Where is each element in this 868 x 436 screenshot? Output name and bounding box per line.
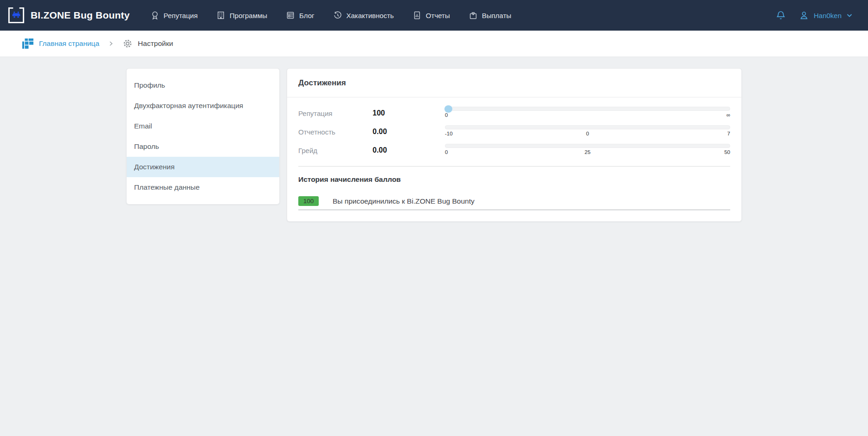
bizone-logo-icon [7, 6, 25, 24]
report-icon [412, 11, 422, 20]
page-content: Профиль Двухфакторная аутентификация Ema… [0, 57, 868, 222]
scale-mid: 25 [585, 149, 591, 155]
metric-row-grade: Грейд 0.00 0 25 50 [298, 141, 730, 160]
username: Han0ken [814, 12, 842, 19]
breadcrumb: Главная страница Настройки [0, 31, 868, 57]
history-item-text: Вы присоединились к Bi.ZONE Bug Bounty [333, 197, 475, 205]
breadcrumb-home-link[interactable]: Главная страница [22, 38, 99, 49]
nav-item-programs[interactable]: Программы [216, 11, 267, 20]
metric-row-reputation: Репутация 100 0 ∞ [298, 104, 730, 122]
settings-item-payment-data[interactable]: Платежные данные [127, 177, 279, 198]
chevron-right-icon [108, 41, 114, 46]
scale-min: -10 [445, 131, 453, 137]
reputation-slider: 0 ∞ [445, 107, 730, 118]
nav-label: Блог [299, 12, 314, 19]
slider-track [445, 125, 730, 129]
metric-value: 0.00 [373, 128, 445, 136]
dashboard-grid-icon [22, 38, 33, 49]
nav-item-payouts[interactable]: Выплаты [469, 11, 511, 20]
settings-item-achievements[interactable]: Достижения [127, 157, 279, 177]
slider-marker[interactable] [444, 105, 452, 113]
nav-label: Репутация [164, 12, 198, 19]
scale-max: 7 [727, 131, 730, 137]
brand-logo[interactable]: BI.ZONE Bug Bounty [7, 6, 130, 24]
nav-label: Хакактивность [347, 12, 394, 19]
briefcase-icon [469, 11, 478, 20]
settings-item-label: Пароль [134, 142, 159, 151]
metric-label: Грейд [298, 147, 373, 154]
nav-item-blog[interactable]: Блог [286, 11, 314, 20]
metric-label: Репутация [298, 109, 373, 117]
nav-label: Программы [230, 12, 267, 19]
settings-item-label: Профиль [134, 81, 165, 90]
settings-menu: Профиль Двухфакторная аутентификация Ema… [126, 68, 280, 205]
scale-mid: 0 [586, 131, 589, 137]
settings-item-label: Двухфакторная аутентификация [134, 102, 243, 110]
user-menu[interactable]: Han0ken [798, 10, 853, 21]
achievements-header: Достижения [287, 69, 741, 97]
page-title: Достижения [298, 78, 346, 88]
metric-label: Отчетность [298, 128, 373, 136]
notifications-bell-icon[interactable] [775, 10, 786, 21]
news-icon [286, 11, 295, 20]
history-icon [333, 11, 342, 20]
brand-title: BI.ZONE Bug Bounty [31, 10, 130, 21]
chevron-down-icon [846, 12, 853, 19]
settings-item-profile[interactable]: Профиль [127, 75, 279, 96]
building-icon [216, 11, 225, 20]
slider-scale: 0 25 50 [445, 149, 730, 155]
metric-row-reporting: Отчетность 0.00 -10 0 7 [298, 122, 730, 141]
scale-min: 0 [445, 149, 448, 155]
medal-icon [150, 11, 160, 20]
navbar-right: Han0ken [775, 10, 853, 21]
metric-value: 0.00 [373, 146, 445, 154]
nav-item-reports[interactable]: Отчеты [412, 11, 450, 20]
points-badge: 100 [298, 196, 319, 206]
slider-track [445, 107, 730, 111]
achievements-card: Достижения Репутация 100 0 ∞ [287, 68, 742, 222]
main-nav: Репутация Программы Блог [150, 11, 511, 20]
nav-item-hackactivity[interactable]: Хакактивность [333, 11, 394, 20]
nav-label: Выплаты [482, 12, 511, 19]
slider-scale: 0 ∞ [445, 112, 730, 118]
settings-item-password[interactable]: Пароль [127, 136, 279, 157]
settings-item-label: Платежные данные [134, 183, 199, 192]
grade-slider: 0 25 50 [445, 144, 730, 155]
scale-max: ∞ [727, 112, 730, 118]
metric-value: 100 [373, 109, 445, 117]
user-icon [798, 10, 810, 21]
settings-item-email[interactable]: Email [127, 116, 279, 136]
breadcrumb-home-label: Главная страница [39, 39, 99, 48]
scale-max: 50 [724, 149, 730, 155]
settings-item-label: Достижения [134, 163, 174, 171]
settings-item-2fa[interactable]: Двухфакторная аутентификация [127, 96, 279, 116]
history-section-title: История начисления баллов [298, 175, 730, 184]
breadcrumb-current-label: Настройки [138, 39, 173, 48]
reporting-slider: -10 0 7 [445, 125, 730, 137]
nav-item-reputation[interactable]: Репутация [150, 11, 198, 20]
slider-scale: -10 0 7 [445, 131, 730, 137]
gear-icon [122, 38, 133, 49]
breadcrumb-current: Настройки [122, 38, 173, 49]
top-navbar: BI.ZONE Bug Bounty Репутация Программы [0, 0, 868, 31]
section-divider [298, 166, 730, 167]
scale-min: 0 [445, 112, 448, 118]
achievements-body: Репутация 100 0 ∞ Отчетность 0.00 [287, 97, 741, 221]
settings-item-label: Email [134, 122, 152, 130]
slider-track [445, 144, 730, 148]
history-row: 100 Вы присоединились к Bi.ZONE Bug Boun… [298, 196, 730, 210]
nav-label: Отчеты [426, 12, 450, 19]
